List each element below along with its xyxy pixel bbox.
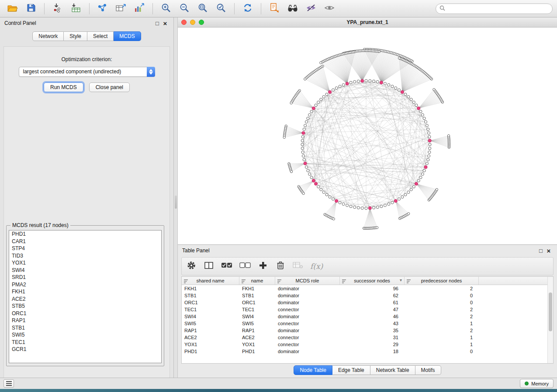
zoom-selected-button[interactable] bbox=[213, 2, 229, 16]
mcds-result-item[interactable]: FKH1 bbox=[9, 288, 161, 296]
deselect-all-button[interactable] bbox=[239, 260, 251, 272]
cell-mcds-role: dominator bbox=[275, 313, 340, 320]
folder-open-icon bbox=[7, 3, 18, 14]
cell-predecessor-nodes: 1 bbox=[405, 341, 479, 348]
import-network-button[interactable] bbox=[49, 2, 66, 16]
float-table-panel-icon[interactable]: □ bbox=[537, 248, 545, 254]
splitter-grip[interactable] bbox=[175, 196, 177, 209]
table-row[interactable]: SWI5SWI5connector431 bbox=[182, 320, 553, 327]
network-graph[interactable] bbox=[178, 28, 557, 244]
run-mcds-button[interactable]: Run MCDS bbox=[44, 83, 83, 92]
close-window-icon[interactable] bbox=[181, 20, 187, 25]
mcds-result-item[interactable]: STB5 bbox=[9, 303, 161, 310]
zoom-in-button[interactable] bbox=[158, 2, 174, 16]
delete-column-button[interactable] bbox=[275, 260, 286, 272]
tab-node-table[interactable]: Node Table bbox=[294, 365, 332, 375]
zoom-fit-button[interactable] bbox=[194, 2, 211, 16]
mcds-result-list[interactable]: PHD1CAR1STP4TID3YOX1SWI4SRD1PMA2FKH1ACE2… bbox=[9, 230, 162, 363]
table-row[interactable]: PHD1PHD1dominator180 bbox=[182, 348, 553, 355]
minimize-window-icon[interactable] bbox=[190, 20, 195, 25]
close-panel-icon[interactable]: × bbox=[161, 20, 169, 27]
search-input[interactable] bbox=[447, 6, 549, 12]
table-row[interactable]: FKH1FKH1dominator962 bbox=[182, 285, 553, 292]
cytoscape-window: Control Panel □ × Network Style Select M… bbox=[0, 0, 557, 392]
cell-predecessor-nodes: 2 bbox=[405, 327, 479, 334]
mcds-result-item[interactable]: STB1 bbox=[9, 324, 161, 332]
refresh-layout-button[interactable] bbox=[239, 2, 256, 16]
mcds-result-item[interactable]: SRD1 bbox=[9, 274, 161, 281]
cell-shared-name: YOX1 bbox=[182, 341, 239, 348]
mcds-result-item[interactable]: YOX1 bbox=[9, 259, 161, 267]
close-panel-button[interactable]: Close panel bbox=[89, 83, 130, 92]
task-history-button[interactable] bbox=[3, 379, 14, 388]
control-panel-title: Control Panel bbox=[4, 20, 36, 26]
tab-network-table[interactable]: Network Table bbox=[370, 365, 415, 375]
tab-edge-table[interactable]: Edge Table bbox=[332, 365, 370, 375]
zoom-out-button[interactable] bbox=[176, 2, 193, 16]
table-row[interactable]: YOX1YOX1connector291 bbox=[182, 341, 553, 348]
table-row[interactable]: RAP1RAP1dominator352 bbox=[182, 327, 553, 334]
mcds-result-item[interactable]: TID3 bbox=[9, 252, 161, 260]
binoculars-icon bbox=[287, 3, 298, 14]
import-table-button[interactable] bbox=[68, 2, 84, 16]
network-view-window: YPA_prune.txt_1 bbox=[178, 17, 557, 244]
network-canvas[interactable] bbox=[178, 28, 557, 244]
column-header-successor-nodes[interactable]: successor nodes ▾ bbox=[340, 277, 405, 285]
mcds-result-item[interactable]: GCR1 bbox=[9, 346, 161, 353]
share-document-button[interactable] bbox=[266, 2, 283, 16]
tab-mcds[interactable]: MCDS bbox=[114, 31, 141, 41]
mcds-result-item[interactable]: SWI5 bbox=[9, 331, 161, 339]
mcds-result-item[interactable]: SWI4 bbox=[9, 267, 161, 274]
chevron-down-icon[interactable]: ▾ bbox=[400, 278, 402, 282]
table-row[interactable]: ORC1ORC1dominator610 bbox=[182, 299, 553, 306]
mcds-result-item[interactable]: ORC1 bbox=[9, 310, 161, 317]
tab-select[interactable]: Select bbox=[87, 31, 114, 41]
global-search[interactable] bbox=[436, 3, 553, 14]
mcds-result-item[interactable]: RAP1 bbox=[9, 317, 161, 324]
export-network-button[interactable] bbox=[94, 2, 111, 16]
optimization-criterion-select[interactable]: largest connected component (undirected) bbox=[19, 67, 155, 77]
table-row[interactable]: TEC1TEC1connector472 bbox=[182, 306, 553, 313]
tab-network[interactable]: Network bbox=[32, 31, 64, 41]
maximize-window-icon[interactable] bbox=[199, 20, 204, 25]
tab-style[interactable]: Style bbox=[64, 31, 87, 41]
memory-button[interactable]: Memory bbox=[520, 379, 554, 388]
cell-predecessor-nodes: 2 bbox=[405, 313, 479, 320]
mcds-result-item[interactable]: PMA2 bbox=[9, 281, 161, 289]
plus-icon bbox=[259, 261, 267, 272]
table-scrollbar[interactable] bbox=[547, 277, 553, 363]
hide-selected-button[interactable] bbox=[303, 2, 319, 16]
save-session-button[interactable] bbox=[23, 2, 39, 16]
select-all-button[interactable] bbox=[221, 260, 232, 272]
mcds-result-item[interactable]: TEC1 bbox=[9, 339, 161, 346]
close-table-panel-icon[interactable]: × bbox=[545, 247, 553, 254]
show-columns-button[interactable] bbox=[204, 260, 214, 272]
column-header-shared-name[interactable]: shared name bbox=[182, 277, 239, 285]
export-table-button[interactable] bbox=[113, 2, 129, 16]
find-button[interactable] bbox=[284, 2, 301, 16]
add-column-button[interactable] bbox=[258, 260, 268, 272]
table-settings-button[interactable] bbox=[186, 260, 197, 272]
tab-motifs[interactable]: Motifs bbox=[415, 365, 441, 375]
cell-name: TEC1 bbox=[239, 306, 275, 313]
float-panel-icon[interactable]: □ bbox=[153, 20, 161, 27]
open-session-button[interactable] bbox=[4, 2, 21, 16]
show-all-button[interactable] bbox=[321, 2, 338, 16]
mcds-result-item[interactable]: PHD1 bbox=[9, 230, 161, 238]
mcds-result-item[interactable]: STP4 bbox=[9, 245, 161, 252]
table-row[interactable]: ACE2ACE2connector311 bbox=[182, 334, 553, 341]
mcds-result-item[interactable]: CAR1 bbox=[9, 238, 161, 245]
list-icon bbox=[6, 380, 12, 388]
main-toolbar bbox=[0, 0, 557, 17]
mcds-result-item[interactable]: ACE2 bbox=[9, 296, 161, 303]
scrollbar-thumb[interactable] bbox=[549, 292, 552, 331]
export-image-button[interactable] bbox=[131, 2, 148, 16]
column-header-predecessor-nodes[interactable]: predecessor nodes bbox=[405, 277, 479, 285]
vertical-splitter[interactable] bbox=[174, 17, 178, 378]
table-panel-header: Table Panel □ × bbox=[178, 245, 557, 256]
column-header-name[interactable]: name bbox=[239, 277, 275, 285]
table-row[interactable]: STB1STB1dominator620 bbox=[182, 292, 553, 299]
cell-mcds-role: dominator bbox=[275, 299, 340, 306]
column-header-mcds-role[interactable]: MCDS role bbox=[275, 277, 340, 285]
table-row[interactable]: SWI4SWI4dominator462 bbox=[182, 313, 553, 320]
